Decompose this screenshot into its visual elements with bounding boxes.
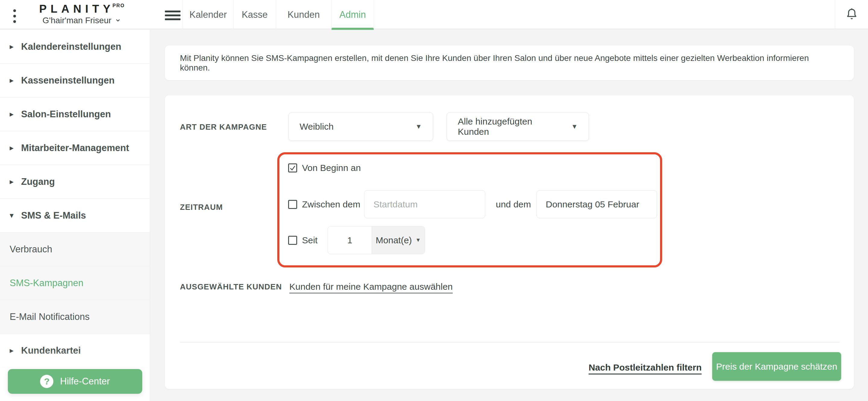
caret-right-icon: ▸	[10, 177, 21, 186]
notifications-button[interactable]	[835, 0, 868, 29]
start-date-placeholder: Startdatum	[373, 199, 418, 210]
gender-select-value: Weiblich	[300, 122, 409, 132]
from-beginning-row: Von Beginn an	[288, 159, 361, 177]
tab-kunden[interactable]: Kunden	[276, 0, 332, 29]
sidebar-item-label: Mitarbeiter-Management	[21, 143, 129, 153]
selected-customers-label: AUSGEWÄHLTE KUNDEN	[180, 282, 282, 291]
campaign-form: ART DER KAMPAGNE Weiblich ▼ Alle hinzuge…	[165, 95, 854, 389]
sidebar-item-zugang[interactable]: ▸ Zugang	[0, 165, 150, 199]
check-icon	[289, 164, 296, 172]
select-customers-link[interactable]: Kunden für meine Kampagne auswählen	[289, 282, 453, 292]
zeitraum-highlight-box: Von Beginn an Zwischen dem Startdatum un…	[277, 152, 662, 268]
chevron-down-icon: ⌄	[115, 13, 121, 24]
dropdown-caret-icon: ▼	[415, 123, 422, 130]
form-footer-divider	[180, 342, 840, 342]
sidebar-item-label: Kalendereinstellungen	[21, 41, 121, 52]
audience-select[interactable]: Alle hinzugefügten Kunden ▼	[447, 113, 589, 141]
tab-kasse[interactable]: Kasse	[234, 0, 276, 29]
since-checkbox[interactable]	[288, 236, 297, 245]
main-content: Mit Planity können Sie SMS-Kampagnen ers…	[150, 30, 868, 401]
tab-label: Kalender	[189, 9, 227, 20]
tab-label: Kunden	[287, 9, 320, 20]
tab-label: Admin	[339, 9, 366, 20]
between-checkbox[interactable]	[288, 200, 297, 209]
sidebar-item-label: Kasseneinstellungen	[21, 75, 115, 86]
since-amount-input[interactable]: 1	[328, 226, 372, 254]
between-label: Zwischen dem	[302, 199, 364, 210]
tab-admin[interactable]: Admin	[332, 0, 374, 29]
caret-right-icon: ▸	[10, 143, 21, 153]
campaign-type-label: ART DER KAMPAGNE	[180, 122, 267, 132]
help-center-label: Hilfe-Center	[60, 376, 110, 387]
planity-admin-screen: PLANITYPRO G'hair'man Friseur⌄ Kalender …	[0, 0, 868, 401]
sidebar-item-label: E-Mail Notifications	[10, 311, 90, 322]
sidebar-item-kasseneinstellungen[interactable]: ▸ Kasseneinstellungen	[0, 64, 150, 97]
brand: PLANITYPRO G'hair'man Friseur⌄	[24, 3, 140, 25]
caret-right-icon: ▸	[10, 110, 21, 119]
end-date-value: Donnerstag 05 Februar	[546, 199, 639, 210]
sidebar-item-sms-kampagnen[interactable]: SMS-Kampagnen	[0, 266, 150, 300]
between-dates-row: Zwischen dem Startdatum und dem Donnerst…	[288, 190, 659, 218]
from-beginning-checkbox[interactable]	[288, 163, 297, 173]
tab-kalender[interactable]: Kalender	[183, 0, 234, 29]
since-row: Seit 1 Monat(e) ▼	[288, 226, 425, 254]
salon-name: G'hair'man Friseur	[42, 16, 112, 25]
sidebar-item-label: Salon-Einstellungen	[21, 109, 111, 120]
sidebar-item-kalendereinstellungen[interactable]: ▸ Kalendereinstellungen	[0, 30, 150, 64]
end-date-input[interactable]: Donnerstag 05 Februar	[536, 190, 657, 218]
since-duration-group: 1 Monat(e) ▼	[328, 226, 425, 254]
caret-down-icon: ▾	[10, 211, 21, 220]
gender-select[interactable]: Weiblich ▼	[288, 113, 433, 141]
info-banner-text: Mit Planity können Sie SMS-Kampagnen ers…	[180, 53, 839, 73]
main-tabs: Kalender Kasse Kunden Admin	[183, 0, 374, 29]
tab-label: Kasse	[242, 9, 268, 20]
sidebar-item-sms-emails[interactable]: ▾ SMS & E-Mails	[0, 199, 150, 233]
question-icon: ?	[40, 375, 53, 388]
zeitraum-label: ZEITRAUM	[180, 203, 223, 212]
dropdown-caret-icon: ▼	[571, 123, 578, 130]
kebab-menu-icon[interactable]	[11, 7, 18, 25]
sidebar: ▸ Kalendereinstellungen ▸ Kasseneinstell…	[0, 30, 150, 401]
since-unit-value: Monat(e)	[376, 235, 412, 245]
sidebar-item-verbrauch[interactable]: Verbrauch	[0, 233, 150, 266]
help-center-button[interactable]: ? Hilfe-Center	[8, 369, 142, 394]
sidebar-item-label: Zugang	[21, 176, 55, 187]
sidebar-item-salon-einstellungen[interactable]: ▸ Salon-Einstellungen	[0, 97, 150, 131]
since-label: Seit	[302, 235, 323, 245]
caret-right-icon: ▸	[10, 76, 21, 85]
sidebar-item-label: Verbrauch	[10, 244, 52, 255]
sidebar-item-label: SMS-Kampagnen	[10, 278, 84, 288]
logo: PLANITYPRO	[24, 3, 140, 16]
sidebar-item-email-notifications[interactable]: E-Mail Notifications	[0, 300, 150, 334]
sidebar-item-label: SMS & E-Mails	[21, 210, 86, 221]
filter-zip-link[interactable]: Nach Postleitzahlen filtern	[589, 362, 702, 373]
topbar: PLANITYPRO G'hair'man Friseur⌄ Kalender …	[0, 0, 868, 29]
audience-select-value: Alle hinzugefügten Kunden	[458, 116, 565, 137]
start-date-input[interactable]: Startdatum	[364, 190, 485, 218]
active-tab-indicator	[332, 28, 374, 30]
hamburger-menu-icon[interactable]	[164, 10, 181, 21]
since-unit-select[interactable]: Monat(e) ▼	[372, 226, 425, 254]
bell-icon	[845, 8, 858, 22]
between-connector-label: und dem	[496, 199, 531, 210]
dropdown-caret-icon: ▼	[415, 237, 421, 243]
salon-switcher[interactable]: G'hair'man Friseur⌄	[24, 16, 140, 25]
logo-text: PLANITY	[39, 3, 114, 15]
caret-right-icon: ▸	[10, 42, 21, 51]
logo-pro-badge: PRO	[113, 3, 125, 8]
estimate-price-button[interactable]: Preis der Kampagne schätzen	[712, 352, 841, 381]
sidebar-item-mitarbeiter-management[interactable]: ▸ Mitarbeiter-Management	[0, 131, 150, 165]
from-beginning-label: Von Beginn an	[302, 163, 361, 173]
info-banner: Mit Planity können Sie SMS-Kampagnen ers…	[165, 45, 854, 80]
